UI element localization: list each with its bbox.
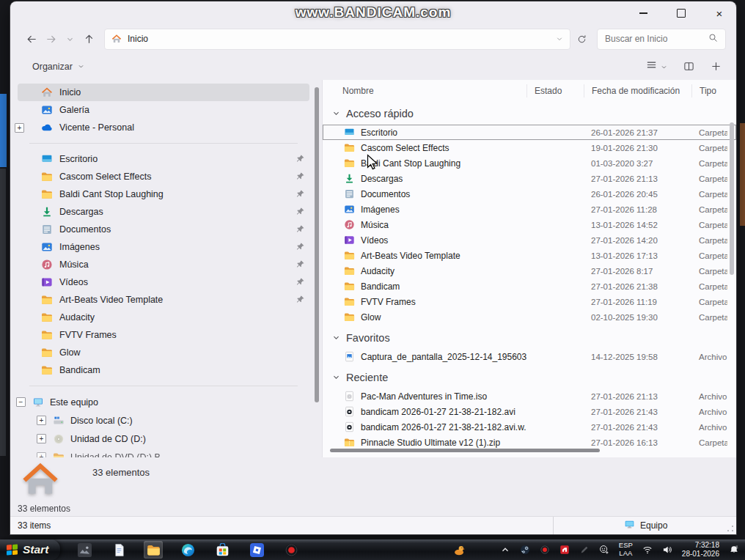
file-row[interactable]: Audacity 27-01-2026 8:17 Carpeta d — [323, 263, 736, 279]
address-bar[interactable]: Inicio — [104, 29, 570, 50]
taskbar-app-edge[interactable] — [178, 541, 197, 559]
file-row[interactable]: Pac-Man Adventures in Time.iso 27-01-202… — [323, 388, 736, 404]
minimize-button[interactable] — [636, 7, 650, 20]
search-icon[interactable] — [708, 32, 718, 45]
resize-grip[interactable] — [727, 525, 734, 532]
chevron-down-icon[interactable] — [332, 332, 340, 344]
file-list-pane: Nombre Estado Fecha de modificación Tipo… — [322, 80, 736, 457]
sidebar-item[interactable]: Audacity — [18, 309, 309, 326]
file-row[interactable]: Bandicam 27-01-2026 21:38 Carpeta d — [323, 279, 736, 294]
file-list-scrollbar[interactable] — [729, 90, 735, 446]
search-box[interactable]: Buscar en Inicio — [597, 29, 726, 50]
section-header[interactable]: Favoritos — [323, 327, 736, 349]
section-header[interactable]: Reciente — [323, 366, 736, 388]
sidebar-item-label: Unidad de CD (D:) — [70, 434, 146, 444]
volume-icon[interactable] — [662, 545, 672, 555]
column-header-fecha[interactable]: Fecha de modificación — [584, 84, 691, 97]
windows-logo-icon — [7, 544, 18, 555]
folder-icon — [344, 281, 355, 292]
taskbar-app-roblox[interactable] — [247, 541, 266, 559]
view-options-button[interactable] — [646, 59, 667, 73]
file-row[interactable]: Art-Beats Video Template 13-01-2026 17:1… — [323, 248, 736, 263]
sidebar-item[interactable]: Cascom Select Effects — [18, 168, 309, 185]
refresh-button[interactable] — [572, 29, 591, 48]
sidebar-tree-item[interactable]: + Unidad de CD (D:) — [10, 430, 312, 448]
start-button[interactable]: Start — [0, 539, 60, 560]
wifi-icon[interactable] — [642, 545, 653, 555]
sidebar-item[interactable]: Escritorio — [18, 150, 309, 168]
tray-expand-icon[interactable] — [500, 545, 510, 555]
file-row[interactable]: Captura_de_pantalla_2025-12-14_195603-..… — [323, 349, 736, 364]
tree-expander[interactable]: + — [37, 434, 46, 443]
tree-expander[interactable]: + — [15, 123, 24, 133]
sidebar-item[interactable]: Galería — [18, 101, 309, 119]
column-header-estado[interactable]: Estado — [526, 84, 584, 97]
file-row[interactable]: Baldi Cant Stop Laughing 01-03-2020 3:27… — [323, 155, 736, 171]
tree-expander[interactable]: + — [37, 452, 46, 457]
duck-tray-icon[interactable] — [453, 544, 466, 556]
file-row[interactable]: bandicam 2026-01-27 21-38-21-182.avi 27-… — [323, 404, 736, 419]
sidebar-tree-item[interactable]: + Unidad de DVD (D:) B... — [10, 448, 312, 457]
folder-icon — [344, 250, 355, 261]
sidebar-item[interactable]: + Vicente - Personal — [18, 119, 309, 136]
clock[interactable]: 7:32:18 28-01-2026 — [682, 541, 719, 559]
sidebar-scrollbar[interactable] — [312, 80, 322, 457]
sidebar-tree-item[interactable]: + Disco local (C:) — [10, 411, 312, 430]
sidebar-item[interactable]: Música — [18, 256, 309, 273]
sidebar-item[interactable]: Glow — [18, 344, 309, 361]
taskbar-app-bandicam[interactable] — [282, 541, 301, 559]
horizontal-scrollbar[interactable] — [327, 447, 736, 454]
file-row[interactable]: Cascom Select Effects 19-01-2026 21:30 C… — [323, 140, 736, 155]
sidebar-item[interactable]: FVTV Frames — [18, 326, 309, 344]
tree-expander[interactable]: + — [37, 416, 46, 425]
music-icon — [344, 219, 355, 230]
file-row[interactable]: Escritorio 26-01-2026 21:37 Carpeta d — [323, 125, 736, 140]
chevron-down-icon[interactable] — [332, 372, 340, 383]
amd-tray-icon[interactable] — [559, 545, 570, 555]
file-name: Cascom Select Effects — [361, 143, 449, 153]
forward-button[interactable] — [41, 29, 60, 48]
pen-dim-tray-icon[interactable] — [579, 545, 590, 555]
address-dropdown-icon[interactable] — [556, 32, 563, 45]
emoji-tray-icon[interactable] — [599, 545, 609, 555]
maximize-button[interactable] — [675, 7, 688, 20]
sidebar-item[interactable]: Descargas — [18, 203, 309, 221]
sidebar-item[interactable]: Inicio — [18, 84, 309, 101]
file-row[interactable]: Glow 02-10-2025 19:30 Carpeta d — [323, 309, 736, 325]
taskbar-app-explorer[interactable] — [144, 541, 163, 559]
sidebar-item[interactable]: Imágenes — [18, 238, 309, 256]
bandicam-record-tray-icon[interactable] — [540, 545, 550, 555]
file-row[interactable]: Documentos 26-01-2026 20:45 Carpeta d — [323, 186, 736, 202]
steam-tray-icon[interactable] — [520, 545, 530, 555]
taskbar-app-notepad[interactable] — [109, 541, 128, 559]
close-button[interactable]: × — [713, 7, 726, 20]
column-header-tipo[interactable]: Tipo — [691, 84, 727, 97]
column-header-nombre[interactable]: Nombre — [323, 84, 526, 97]
new-tab-button[interactable] — [711, 61, 722, 72]
organize-button[interactable]: Organizar — [32, 62, 84, 72]
tree-expander[interactable]: − — [16, 397, 26, 407]
taskbar-app-photo-app[interactable] — [75, 541, 94, 559]
file-row[interactable]: FVTV Frames 27-01-2026 11:19 Carpeta d — [323, 294, 736, 309]
up-button[interactable] — [79, 29, 98, 48]
language-indicator[interactable]: ESP LAA — [619, 542, 633, 558]
sidebar-item[interactable]: Documentos — [18, 221, 309, 238]
file-row[interactable]: Vídeos 27-01-2026 14:20 Carpeta d — [323, 232, 736, 248]
sidebar-item[interactable]: Bandicam — [18, 361, 309, 379]
file-row[interactable]: bandicam 2026-01-27 21-38-21-182.avi.w..… — [323, 419, 736, 435]
title-bar[interactable]: www.BANDICAM.com × — [10, 1, 736, 25]
preview-pane-button[interactable] — [683, 61, 694, 72]
back-button[interactable] — [22, 29, 41, 48]
history-chevron-button[interactable] — [60, 29, 79, 48]
notifications-bell-icon[interactable] — [729, 545, 739, 555]
sidebar-tree-item[interactable]: − Este equipo — [10, 393, 312, 411]
sidebar-item[interactable]: Art-Beats Video Template — [18, 291, 309, 309]
sidebar-item[interactable]: Vídeos — [18, 273, 309, 291]
sidebar-item[interactable]: Baldi Cant Stop Laughing — [18, 185, 309, 203]
file-row[interactable]: Imágenes 27-01-2026 11:28 Carpeta d — [323, 202, 736, 217]
section-header[interactable]: Acceso rápido — [323, 103, 736, 125]
chevron-down-icon[interactable] — [332, 108, 340, 119]
file-row[interactable]: Música 13-01-2026 14:52 Carpeta d — [323, 217, 736, 232]
taskbar-app-store[interactable] — [213, 541, 232, 559]
file-row[interactable]: Descargas 27-01-2026 21:13 Carpeta d — [323, 171, 736, 186]
